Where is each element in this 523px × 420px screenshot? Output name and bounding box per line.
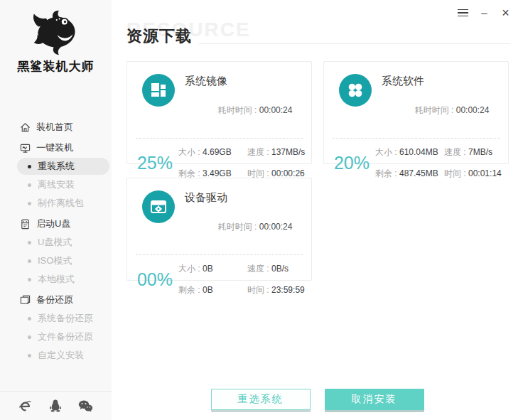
bullet-icon xyxy=(28,183,31,187)
card-title: 系统镜像 xyxy=(185,75,292,88)
windows-icon xyxy=(142,74,175,107)
sidebar-item-boot-usb[interactable]: 启动U盘 xyxy=(0,215,112,233)
app-logo: 黑鲨装机大师 xyxy=(0,0,112,75)
app-title: 黑鲨装机大师 xyxy=(0,58,112,75)
progress-percent: 00% xyxy=(134,269,176,290)
cancel-install-button[interactable]: 取消安装 xyxy=(325,389,424,410)
sidebar-nav: 装机首页 一键装机 重装系统 离线安装 xyxy=(0,116,112,391)
bullet-icon xyxy=(28,241,31,244)
ie-icon[interactable] xyxy=(18,400,32,412)
bullet-icon xyxy=(28,259,31,263)
sidebar-item-backup-restore[interactable]: 备份还原 xyxy=(0,291,112,309)
sidebar-item-label: 本地模式 xyxy=(38,273,75,286)
sidebar-item-label: ISO模式 xyxy=(38,254,72,267)
monitor-icon xyxy=(19,142,31,154)
backup-icon xyxy=(19,294,31,306)
sidebar-item-label: 系统备份还原 xyxy=(38,312,93,325)
sidebar-item-local-mode[interactable]: 本地模式 xyxy=(0,270,112,289)
sidebar-item-label: 启动U盘 xyxy=(36,217,70,230)
sidebar-item-label: 重装系统 xyxy=(38,160,75,173)
sidebar-item-home[interactable]: 装机首页 xyxy=(0,118,112,136)
sidebar-item-reinstall-system[interactable]: 重装系统 xyxy=(17,158,109,175)
elapsed-time: 耗时时间 : 00:00:24 xyxy=(185,95,292,126)
sidebar-item-label: 自定义安装 xyxy=(38,349,84,362)
wechat-icon[interactable] xyxy=(78,400,93,412)
home-icon xyxy=(19,122,31,133)
reselect-system-button[interactable]: 重选系统 xyxy=(211,389,311,410)
header-divider xyxy=(199,43,510,44)
page-title: 资源下载 xyxy=(126,26,192,47)
sidebar-item-label: 装机首页 xyxy=(36,121,73,134)
sidebar-item-label: 文件备份还原 xyxy=(38,330,93,343)
sidebar-item-label: 离线安装 xyxy=(38,178,75,191)
sidebar-item-system-backup-restore[interactable]: 系统备份还原 xyxy=(0,309,112,328)
bullet-icon xyxy=(28,165,31,168)
sidebar-item-iso-mode[interactable]: ISO模式 xyxy=(0,252,112,270)
elapsed-time: 耗时时间 : 00:00:24 xyxy=(382,95,489,126)
bullet-icon xyxy=(28,202,31,205)
page-header: RESOURCE 资源下载 xyxy=(126,0,510,47)
download-details: 大小 : 0B 速度 : 0B/s 剩余 : 0B 时间 : 23:59:59 xyxy=(178,263,307,296)
progress-percent: 25% xyxy=(134,153,176,173)
shark-logo-icon xyxy=(29,10,83,55)
card-title: 系统软件 xyxy=(382,75,489,88)
sidebar-item-onekey[interactable]: 一键装机 xyxy=(0,139,112,157)
sidebar-item-offline-install[interactable]: 离线安装 xyxy=(0,176,112,194)
sidebar-item-label: 一键装机 xyxy=(36,141,73,154)
sidebar-item-custom-install[interactable]: 自定义安装 xyxy=(0,346,112,365)
sidebar: 黑鲨装机大师 装机首页 一键装机 xyxy=(0,0,112,420)
sidebar-item-make-offline-pkg[interactable]: 制作离线包 xyxy=(0,194,112,212)
download-details: 大小 : 610.04MB 速度 : 7MB/s 剩余 : 487.45MB 时… xyxy=(375,146,504,180)
sidebar-item-label: 制作离线包 xyxy=(38,197,84,210)
sidebar-footer xyxy=(0,391,112,420)
apps-icon xyxy=(339,74,372,107)
sidebar-item-usb-mode[interactable]: U盘模式 xyxy=(0,233,112,252)
sidebar-item-label: U盘模式 xyxy=(38,236,72,249)
footer-buttons: 重选系统 取消安装 xyxy=(112,389,523,410)
elapsed-time: 耗时时间 : 00:00:24 xyxy=(185,211,292,243)
card-device-driver: 设备驱动 耗时时间 : 00:00:24 00% 大小 : 0B 速度 : 0B… xyxy=(126,178,312,281)
card-system-software: 系统软件 耗时时间 : 00:00:24 20% 大小 : 610.04MB 速… xyxy=(323,61,509,164)
sidebar-item-label: 备份还原 xyxy=(36,294,73,306)
download-details: 大小 : 4.69GB 速度 : 137MB/s 剩余 : 3.49GB 时间 … xyxy=(178,146,307,180)
bullet-icon xyxy=(28,317,31,321)
bullet-icon xyxy=(28,354,31,357)
usb-icon xyxy=(19,218,31,230)
bullet-icon xyxy=(28,335,31,339)
card-title: 设备驱动 xyxy=(185,191,292,205)
main-panel: – × RESOURCE 资源下载 xyxy=(112,0,523,420)
qq-icon[interactable] xyxy=(50,399,61,412)
sidebar-item-file-backup-restore[interactable]: 文件备份还原 xyxy=(0,328,112,346)
driver-icon xyxy=(142,190,175,223)
download-cards: 系统镜像 耗时时间 : 00:00:24 25% 大小 : 4.69GB 速度 … xyxy=(126,61,510,281)
progress-percent: 20% xyxy=(331,153,372,173)
app-window: 黑鲨装机大师 装机首页 一键装机 xyxy=(0,0,523,420)
card-system-image: 系统镜像 耗时时间 : 00:00:24 25% 大小 : 4.69GB 速度 … xyxy=(126,61,312,164)
bullet-icon xyxy=(28,278,31,281)
